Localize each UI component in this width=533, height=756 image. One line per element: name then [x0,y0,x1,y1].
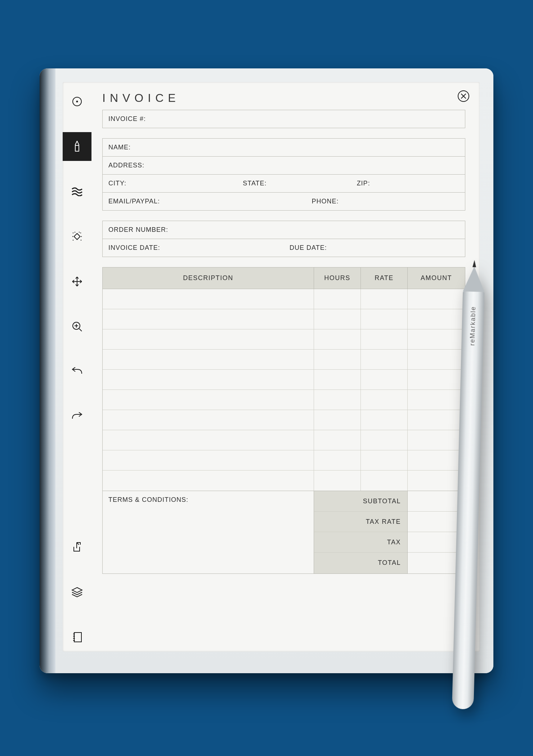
table-footer: TERMS & CONDITIONS: SUBTOTAL TAX RATE TA… [103,491,465,573]
pen-icon [72,140,82,153]
layers-tool[interactable] [63,578,91,607]
device-body: INVOICE INVOICE #: NAME: ADDRESS: CITY: … [55,68,493,673]
document-canvas[interactable]: INVOICE INVOICE #: NAME: ADDRESS: CITY: … [91,82,480,652]
export-tool[interactable] [63,533,91,562]
tablet-device: INVOICE INVOICE #: NAME: ADDRESS: CITY: … [40,68,493,673]
total-value[interactable] [408,553,465,573]
zoom-tool[interactable] [63,312,91,341]
order-box: ORDER NUMBER: INVOICE DATE: DUE DATE: [102,221,465,257]
undo-tool[interactable] [63,357,91,386]
tax-label: TAX [314,532,407,553]
order-number-label: ORDER NUMBER: [103,221,465,239]
notebook-icon [72,631,82,643]
invoice-date-label: INVOICE DATE: [103,239,284,257]
phone-label: PHONE: [306,193,465,210]
redo-icon [71,412,83,421]
table-row[interactable] [103,350,465,370]
table-row[interactable] [103,430,465,450]
highlighter-icon [71,187,83,196]
table-row[interactable] [103,471,465,491]
close-icon [457,90,470,102]
svg-rect-13 [74,633,81,642]
svg-point-4 [73,233,73,233]
city-label: CITY: [103,175,237,192]
table-row[interactable] [103,410,465,430]
page-title: INVOICE [102,91,465,105]
close-button[interactable] [457,90,470,102]
tax-value[interactable] [408,532,465,553]
eraser-tool[interactable] [63,222,91,251]
totals-labels: SUBTOTAL TAX RATE TAX TOTAL [314,491,407,573]
address-label: ADDRESS: [103,157,465,174]
svg-point-11 [81,236,82,237]
svg-point-9 [81,240,81,240]
move-icon [71,276,83,287]
total-label: TOTAL [314,553,407,573]
name-label: NAME: [103,139,465,156]
table-row[interactable] [103,370,465,390]
menu-icon [72,96,82,107]
header-rate: RATE [360,267,407,289]
svg-point-5 [75,232,75,233]
svg-point-2 [76,101,78,103]
table-row[interactable] [103,450,465,471]
layers-icon [71,587,83,598]
zip-label: ZIP: [351,175,465,192]
device-spine [40,68,55,673]
toolbar [63,82,91,652]
totals-values [407,491,465,573]
highlighter-tool[interactable] [63,177,91,206]
redo-tool[interactable] [63,402,91,431]
tax-rate-label: TAX RATE [314,512,407,532]
due-date-label: DUE DATE: [284,239,465,257]
table-row[interactable] [103,390,465,410]
totals-block: SUBTOTAL TAX RATE TAX TOTAL [314,491,465,573]
undo-icon [71,367,83,376]
table-row[interactable] [103,309,465,329]
state-label: STATE: [237,175,351,192]
eink-screen: INVOICE INVOICE #: NAME: ADDRESS: CITY: … [63,82,480,652]
header-description: DESCRIPTION [103,274,314,282]
export-icon [72,542,82,553]
line-items-table: DESCRIPTION HOURS RATE AMOUNT TERMS & CO… [102,267,465,574]
move-tool[interactable] [63,267,91,296]
svg-point-7 [79,232,80,233]
header-amount: AMOUNT [407,267,465,289]
customer-box: NAME: ADDRESS: CITY: STATE: ZIP: EMAIL/P… [102,138,465,211]
subtotal-label: SUBTOTAL [314,491,407,512]
email-label: EMAIL/PAYPAL: [103,193,306,210]
zoom-icon [71,321,83,332]
svg-rect-3 [74,234,80,240]
svg-point-10 [72,236,73,237]
menu-tool[interactable] [63,87,91,116]
svg-point-8 [73,240,73,240]
table-row[interactable] [103,289,465,309]
notebook-tool[interactable] [63,623,91,652]
table-body [103,289,465,491]
terms-label: TERMS & CONDITIONS: [103,491,314,573]
pen-tool[interactable] [63,132,91,161]
svg-point-6 [80,233,81,233]
tax-rate-value[interactable] [408,512,465,532]
table-row[interactable] [103,329,465,350]
invoice-number-box: INVOICE #: [102,110,465,128]
header-hours: HOURS [314,267,360,289]
eraser-icon [71,231,83,242]
table-header: DESCRIPTION HOURS RATE AMOUNT [103,267,465,289]
subtotal-value[interactable] [408,491,465,512]
invoice-number-label: INVOICE #: [103,110,465,128]
